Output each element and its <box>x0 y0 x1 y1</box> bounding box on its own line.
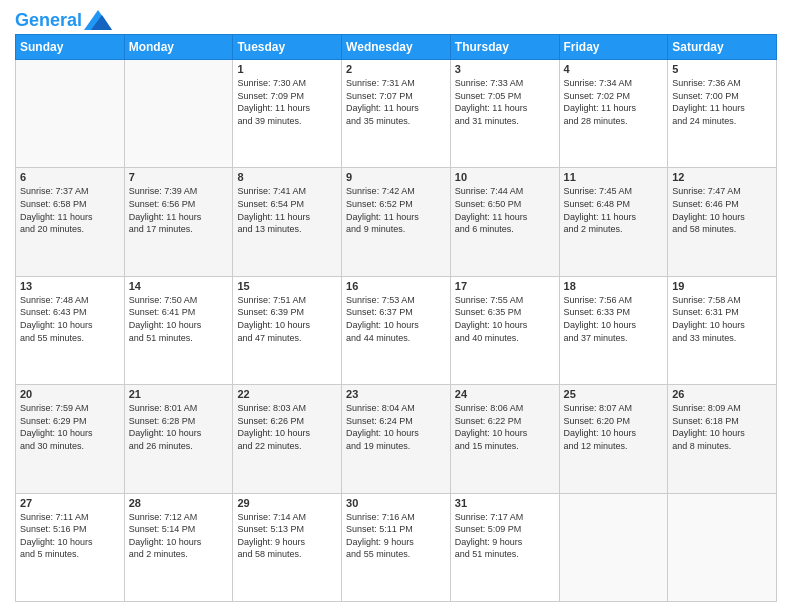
day-number: 10 <box>455 171 555 183</box>
day-info: Sunrise: 8:04 AM Sunset: 6:24 PM Dayligh… <box>346 402 446 452</box>
day-number: 3 <box>455 63 555 75</box>
calendar-table: SundayMondayTuesdayWednesdayThursdayFrid… <box>15 34 777 602</box>
day-info: Sunrise: 8:09 AM Sunset: 6:18 PM Dayligh… <box>672 402 772 452</box>
day-info: Sunrise: 7:11 AM Sunset: 5:16 PM Dayligh… <box>20 511 120 561</box>
calendar-day-cell: 24Sunrise: 8:06 AM Sunset: 6:22 PM Dayli… <box>450 385 559 493</box>
day-info: Sunrise: 7:56 AM Sunset: 6:33 PM Dayligh… <box>564 294 664 344</box>
day-info: Sunrise: 7:16 AM Sunset: 5:11 PM Dayligh… <box>346 511 446 561</box>
calendar-week-row: 20Sunrise: 7:59 AM Sunset: 6:29 PM Dayli… <box>16 385 777 493</box>
header: General <box>15 10 777 26</box>
day-info: Sunrise: 7:39 AM Sunset: 6:56 PM Dayligh… <box>129 185 229 235</box>
logo-icon <box>84 10 112 30</box>
calendar-day-cell: 20Sunrise: 7:59 AM Sunset: 6:29 PM Dayli… <box>16 385 125 493</box>
calendar-week-row: 6Sunrise: 7:37 AM Sunset: 6:58 PM Daylig… <box>16 168 777 276</box>
day-info: Sunrise: 7:50 AM Sunset: 6:41 PM Dayligh… <box>129 294 229 344</box>
day-number: 20 <box>20 388 120 400</box>
calendar-day-cell: 25Sunrise: 8:07 AM Sunset: 6:20 PM Dayli… <box>559 385 668 493</box>
calendar-day-cell <box>559 493 668 601</box>
day-number: 29 <box>237 497 337 509</box>
weekday-header-tuesday: Tuesday <box>233 35 342 60</box>
weekday-header-saturday: Saturday <box>668 35 777 60</box>
day-info: Sunrise: 7:17 AM Sunset: 5:09 PM Dayligh… <box>455 511 555 561</box>
weekday-header-thursday: Thursday <box>450 35 559 60</box>
calendar-day-cell: 30Sunrise: 7:16 AM Sunset: 5:11 PM Dayli… <box>342 493 451 601</box>
calendar-day-cell: 7Sunrise: 7:39 AM Sunset: 6:56 PM Daylig… <box>124 168 233 276</box>
calendar-day-cell: 10Sunrise: 7:44 AM Sunset: 6:50 PM Dayli… <box>450 168 559 276</box>
day-number: 9 <box>346 171 446 183</box>
calendar-day-cell: 29Sunrise: 7:14 AM Sunset: 5:13 PM Dayli… <box>233 493 342 601</box>
calendar-week-row: 1Sunrise: 7:30 AM Sunset: 7:09 PM Daylig… <box>16 60 777 168</box>
day-info: Sunrise: 7:47 AM Sunset: 6:46 PM Dayligh… <box>672 185 772 235</box>
day-info: Sunrise: 7:30 AM Sunset: 7:09 PM Dayligh… <box>237 77 337 127</box>
calendar-day-cell: 8Sunrise: 7:41 AM Sunset: 6:54 PM Daylig… <box>233 168 342 276</box>
day-number: 12 <box>672 171 772 183</box>
day-number: 21 <box>129 388 229 400</box>
calendar-day-cell: 9Sunrise: 7:42 AM Sunset: 6:52 PM Daylig… <box>342 168 451 276</box>
day-number: 26 <box>672 388 772 400</box>
logo: General <box>15 10 112 26</box>
day-info: Sunrise: 7:37 AM Sunset: 6:58 PM Dayligh… <box>20 185 120 235</box>
day-info: Sunrise: 7:42 AM Sunset: 6:52 PM Dayligh… <box>346 185 446 235</box>
calendar-day-cell: 6Sunrise: 7:37 AM Sunset: 6:58 PM Daylig… <box>16 168 125 276</box>
day-number: 31 <box>455 497 555 509</box>
day-number: 11 <box>564 171 664 183</box>
calendar-day-cell: 15Sunrise: 7:51 AM Sunset: 6:39 PM Dayli… <box>233 276 342 384</box>
day-info: Sunrise: 7:33 AM Sunset: 7:05 PM Dayligh… <box>455 77 555 127</box>
day-info: Sunrise: 7:48 AM Sunset: 6:43 PM Dayligh… <box>20 294 120 344</box>
day-number: 23 <box>346 388 446 400</box>
day-info: Sunrise: 8:01 AM Sunset: 6:28 PM Dayligh… <box>129 402 229 452</box>
day-number: 28 <box>129 497 229 509</box>
day-info: Sunrise: 7:44 AM Sunset: 6:50 PM Dayligh… <box>455 185 555 235</box>
calendar-day-cell: 2Sunrise: 7:31 AM Sunset: 7:07 PM Daylig… <box>342 60 451 168</box>
day-number: 7 <box>129 171 229 183</box>
weekday-header-row: SundayMondayTuesdayWednesdayThursdayFrid… <box>16 35 777 60</box>
day-number: 18 <box>564 280 664 292</box>
logo-text: General <box>15 11 82 29</box>
calendar-week-row: 27Sunrise: 7:11 AM Sunset: 5:16 PM Dayli… <box>16 493 777 601</box>
day-number: 6 <box>20 171 120 183</box>
day-info: Sunrise: 8:03 AM Sunset: 6:26 PM Dayligh… <box>237 402 337 452</box>
calendar-day-cell: 21Sunrise: 8:01 AM Sunset: 6:28 PM Dayli… <box>124 385 233 493</box>
day-number: 1 <box>237 63 337 75</box>
day-number: 24 <box>455 388 555 400</box>
day-number: 17 <box>455 280 555 292</box>
day-info: Sunrise: 7:41 AM Sunset: 6:54 PM Dayligh… <box>237 185 337 235</box>
day-number: 4 <box>564 63 664 75</box>
calendar-day-cell: 16Sunrise: 7:53 AM Sunset: 6:37 PM Dayli… <box>342 276 451 384</box>
calendar-day-cell: 5Sunrise: 7:36 AM Sunset: 7:00 PM Daylig… <box>668 60 777 168</box>
day-info: Sunrise: 7:34 AM Sunset: 7:02 PM Dayligh… <box>564 77 664 127</box>
day-info: Sunrise: 7:12 AM Sunset: 5:14 PM Dayligh… <box>129 511 229 561</box>
day-number: 14 <box>129 280 229 292</box>
day-number: 15 <box>237 280 337 292</box>
day-info: Sunrise: 7:36 AM Sunset: 7:00 PM Dayligh… <box>672 77 772 127</box>
day-info: Sunrise: 7:53 AM Sunset: 6:37 PM Dayligh… <box>346 294 446 344</box>
day-info: Sunrise: 7:14 AM Sunset: 5:13 PM Dayligh… <box>237 511 337 561</box>
calendar-day-cell: 26Sunrise: 8:09 AM Sunset: 6:18 PM Dayli… <box>668 385 777 493</box>
calendar-day-cell: 14Sunrise: 7:50 AM Sunset: 6:41 PM Dayli… <box>124 276 233 384</box>
page: General SundayMondayTuesdayWednesdayThur… <box>0 0 792 612</box>
calendar-day-cell: 12Sunrise: 7:47 AM Sunset: 6:46 PM Dayli… <box>668 168 777 276</box>
calendar-day-cell: 13Sunrise: 7:48 AM Sunset: 6:43 PM Dayli… <box>16 276 125 384</box>
calendar-day-cell <box>124 60 233 168</box>
day-number: 30 <box>346 497 446 509</box>
calendar-day-cell: 28Sunrise: 7:12 AM Sunset: 5:14 PM Dayli… <box>124 493 233 601</box>
day-info: Sunrise: 8:07 AM Sunset: 6:20 PM Dayligh… <box>564 402 664 452</box>
calendar-day-cell: 19Sunrise: 7:58 AM Sunset: 6:31 PM Dayli… <box>668 276 777 384</box>
day-number: 2 <box>346 63 446 75</box>
day-number: 22 <box>237 388 337 400</box>
calendar-day-cell: 23Sunrise: 8:04 AM Sunset: 6:24 PM Dayli… <box>342 385 451 493</box>
day-number: 8 <box>237 171 337 183</box>
day-number: 16 <box>346 280 446 292</box>
day-info: Sunrise: 7:51 AM Sunset: 6:39 PM Dayligh… <box>237 294 337 344</box>
calendar-day-cell: 17Sunrise: 7:55 AM Sunset: 6:35 PM Dayli… <box>450 276 559 384</box>
calendar-day-cell: 22Sunrise: 8:03 AM Sunset: 6:26 PM Dayli… <box>233 385 342 493</box>
calendar-day-cell <box>16 60 125 168</box>
calendar-day-cell: 31Sunrise: 7:17 AM Sunset: 5:09 PM Dayli… <box>450 493 559 601</box>
calendar-day-cell: 4Sunrise: 7:34 AM Sunset: 7:02 PM Daylig… <box>559 60 668 168</box>
day-number: 19 <box>672 280 772 292</box>
day-info: Sunrise: 7:45 AM Sunset: 6:48 PM Dayligh… <box>564 185 664 235</box>
day-number: 13 <box>20 280 120 292</box>
calendar-day-cell: 1Sunrise: 7:30 AM Sunset: 7:09 PM Daylig… <box>233 60 342 168</box>
weekday-header-wednesday: Wednesday <box>342 35 451 60</box>
calendar-day-cell: 27Sunrise: 7:11 AM Sunset: 5:16 PM Dayli… <box>16 493 125 601</box>
